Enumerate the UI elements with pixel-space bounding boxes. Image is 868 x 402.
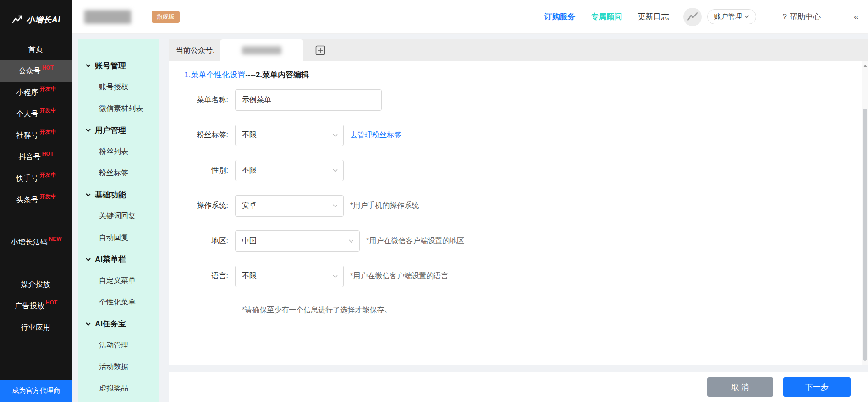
menu-name-label: 菜单名称: <box>169 95 235 105</box>
submenu-item-activity-management[interactable]: 活动管理 <box>78 335 159 356</box>
secondary-sidebar: 账号管理 账号授权 微信素材列表 用户管理 粉丝列表 粉丝标签 基础功能 关键词… <box>78 39 159 402</box>
manage-fan-tags-link[interactable]: 去管理粉丝标签 <box>350 130 401 140</box>
become-agent-button[interactable]: 成为官方代理商 <box>0 380 72 402</box>
sidebar-item-label: 社群号 <box>16 131 38 141</box>
cancel-button[interactable]: 取 消 <box>707 377 773 397</box>
main-area: 当前公众号: <box>169 39 868 402</box>
form-row-os: 操作系统: 安卓 *用户手机的操作系统 <box>169 195 868 217</box>
form-row-language: 语言: 不限 *用户在微信客户端设置的语言 <box>169 266 868 287</box>
sidebar-item-kuaishou[interactable]: 快手号开发中 <box>0 168 72 190</box>
save-requirement-note: *请确保至少有一个信息进行了选择才能保存。 <box>242 305 868 315</box>
chevron-down-icon <box>333 134 338 137</box>
sidebar-item-badge: 开发中 <box>40 193 56 201</box>
language-label: 语言: <box>169 272 235 281</box>
submenu-item-label: 粉丝列表 <box>99 147 128 157</box>
step-breadcrumb: 1.菜单个性化设置----2.菜单内容编辑 <box>184 70 868 80</box>
current-account-label: 当前公众号: <box>176 46 214 55</box>
help-center-link[interactable]: ? 帮助中心 <box>782 11 820 22</box>
fan-tag-select[interactable]: 不限 <box>235 125 344 146</box>
submenu-group-ai-menu-bar[interactable]: AI菜单栏 <box>78 249 159 270</box>
chevron-down-icon <box>744 15 749 18</box>
submenu-item-fan-list[interactable]: 粉丝列表 <box>78 141 159 163</box>
current-account-tab[interactable] <box>220 39 303 61</box>
sidebar-item-label: 抖音号 <box>19 152 41 162</box>
chevron-down-icon <box>333 275 338 278</box>
submenu-item-fan-tags[interactable]: 粉丝标签 <box>78 163 159 184</box>
add-account-button[interactable] <box>315 45 325 55</box>
sidebar-item-home[interactable]: 首页 <box>0 39 72 60</box>
edition-badge: 旗舰版 <box>152 11 180 23</box>
chevron-down-icon <box>86 129 91 132</box>
menu-name-input[interactable] <box>235 89 382 111</box>
fan-tag-label: 粉丝标签: <box>169 130 235 140</box>
os-select-value: 安卓 <box>242 201 257 211</box>
scrollbar-thumb[interactable] <box>863 109 867 361</box>
submenu-group-basic-functions[interactable]: 基础功能 <box>78 184 159 206</box>
sidebar-item-label: 广告投放 <box>15 301 44 311</box>
submenu-item-label: 微信素材列表 <box>99 104 143 114</box>
order-service-link[interactable]: 订购服务 <box>544 11 575 22</box>
gender-select[interactable]: 不限 <box>235 160 344 181</box>
submenu-group-label: 用户管理 <box>95 125 126 136</box>
user-avatar[interactable] <box>683 8 702 26</box>
submenu-item-personalized-menu[interactable]: 个性化菜单 <box>78 292 159 313</box>
submenu-item-label: 活动数据 <box>99 362 128 372</box>
submenu-item-label: 个性化菜单 <box>99 298 136 307</box>
sidebar-item-douyin[interactable]: 抖音号HOT <box>0 147 72 168</box>
sidebar-item-ad-placement[interactable]: 广告投放HOT <box>0 295 72 317</box>
submenu-item-label: 自动回复 <box>99 233 128 243</box>
form-row-fan-tag: 粉丝标签: 不限 去管理粉丝标签 <box>169 125 868 146</box>
language-select[interactable]: 不限 <box>235 266 344 287</box>
scrollbar-up-arrow[interactable] <box>863 65 867 67</box>
sidebar-item-official-account[interactable]: 公众号HOT <box>0 60 72 82</box>
sidebar-item-personal-account[interactable]: 个人号开发中 <box>0 103 72 125</box>
sidebar-item-toutiao[interactable]: 头条号开发中 <box>0 190 72 211</box>
chevron-down-icon <box>86 322 91 326</box>
region-select[interactable]: 中国 <box>235 230 360 252</box>
submenu-group-ai-task-treasure[interactable]: AI任务宝 <box>78 313 159 335</box>
sidebar-item-badge: 开发中 <box>40 107 56 114</box>
submenu-item-virtual-prizes[interactable]: 虚拟奖品 <box>78 378 159 399</box>
exclusive-advisor-link[interactable]: 专属顾问 <box>591 11 622 22</box>
submenu-item-keyword-reply[interactable]: 关键词回复 <box>78 206 159 227</box>
os-select[interactable]: 安卓 <box>235 195 344 217</box>
changelog-link[interactable]: 更新日志 <box>637 11 669 22</box>
submenu-item-activity-data[interactable]: 活动数据 <box>78 356 159 378</box>
sidebar-item-label: 公众号 <box>19 66 41 76</box>
next-step-button[interactable]: 下一步 <box>783 377 851 397</box>
step1-menu-personalization-link[interactable]: 1.菜单个性化设置 <box>184 71 245 79</box>
app-root: 小增长AI 首页 公众号HOT 小程序开发中 个人号开发中 社群号开发中 抖音号… <box>0 0 868 402</box>
collapse-panel-icon[interactable]: « <box>854 11 859 22</box>
sidebar-item-industry-apps[interactable]: 行业应用 <box>0 317 72 338</box>
form-row-menu-name: 菜单名称: <box>169 89 868 111</box>
submenu-group-account-management[interactable]: 账号管理 <box>78 55 159 76</box>
submenu-item-account-authorization[interactable]: 账号授权 <box>78 76 159 98</box>
submenu-item-custom-menu[interactable]: 自定义菜单 <box>78 270 159 292</box>
submenu-group-label: AI菜单栏 <box>95 254 126 265</box>
sidebar-item-label: 小程序 <box>16 88 38 98</box>
sidebar-item-community-account[interactable]: 社群号开发中 <box>0 125 72 147</box>
primary-nav: 首页 公众号HOT 小程序开发中 个人号开发中 社群号开发中 抖音号HOT 快手… <box>0 39 72 338</box>
submenu-item-wechat-material-list[interactable]: 微信素材列表 <box>78 98 159 120</box>
avatar-zigzag-icon <box>687 11 698 23</box>
plus-square-icon <box>315 45 325 55</box>
sidebar-item-media-placement[interactable]: 媒介投放 <box>0 274 72 295</box>
scrollbar[interactable] <box>862 61 868 365</box>
chevron-down-icon <box>333 169 338 172</box>
submenu-group-label: 基础功能 <box>95 190 126 200</box>
account-tab-strip: 当前公众号: <box>169 39 868 61</box>
submenu-item-label: 自定义菜单 <box>99 276 136 286</box>
sidebar-item-badge: HOT <box>46 299 57 306</box>
header-divider <box>769 10 769 24</box>
step-separator: ---- <box>245 71 256 79</box>
submenu-item-auto-reply[interactable]: 自动回复 <box>78 227 159 249</box>
account-menu-dropdown[interactable]: 账户管理 <box>707 9 756 24</box>
workspace: 账号管理 账号授权 微信素材列表 用户管理 粉丝列表 粉丝标签 基础功能 关键词… <box>72 34 868 402</box>
form-row-gender: 性别: 不限 <box>169 160 868 181</box>
sidebar-item-mini-program[interactable]: 小程序开发中 <box>0 82 72 103</box>
footer-action-bar: 取 消 下一步 <box>169 372 868 402</box>
sidebar-item-live-code[interactable]: 小增长活码NEW <box>0 232 72 253</box>
sidebar-item-label: 媒介投放 <box>21 280 50 289</box>
gender-label: 性别: <box>169 166 235 175</box>
submenu-group-user-management[interactable]: 用户管理 <box>78 120 159 141</box>
